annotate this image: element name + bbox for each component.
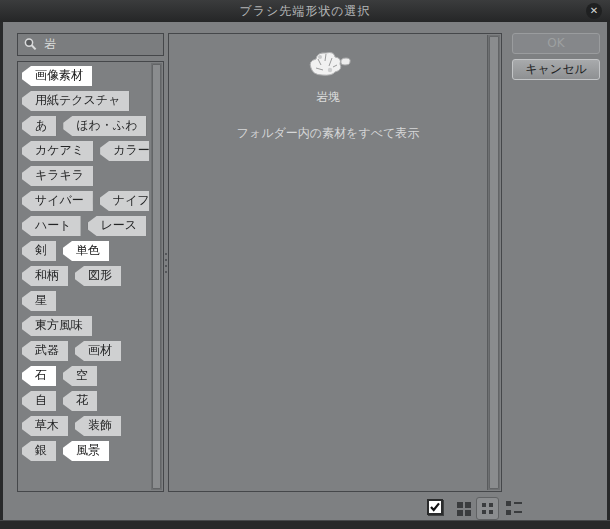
material-scrollbar[interactable] <box>487 35 500 490</box>
tag-剣[interactable]: 剣 <box>22 241 56 261</box>
tag-風景[interactable]: 風景 <box>63 441 109 461</box>
tag-草木[interactable]: 草木 <box>22 416 68 436</box>
tag-画像素材[interactable]: 画像素材 <box>22 66 92 86</box>
tag-ほわ・ふわ[interactable]: ほわ・ふわ <box>63 116 146 136</box>
tag-カケアミ[interactable]: カケアミ <box>22 141 93 161</box>
tag-カラー[interactable]: カラー <box>100 141 149 161</box>
checkmark-icon <box>429 501 441 513</box>
cancel-button[interactable]: キャンセル <box>512 59 600 80</box>
tag-武器[interactable]: 武器 <box>22 341 68 361</box>
material-list: 岩塊 フォルダー内の素材をすべて表示 <box>169 34 487 491</box>
tag-装飾[interactable]: 装飾 <box>75 416 121 436</box>
view-options-bar <box>0 495 610 520</box>
material-panel: 岩塊 フォルダー内の素材をすべて表示 <box>168 33 502 492</box>
tag-list-scrollbar[interactable] <box>151 63 162 490</box>
tag-list: 画像素材用紙テクスチャあほわ・ふわカケアミカラーキラキラサイバーナイフハートレー… <box>22 66 149 489</box>
tag-空[interactable]: 空 <box>63 366 97 386</box>
material-item-rock[interactable]: 岩塊 <box>169 34 487 106</box>
dialog-title: ブラシ先端形状の選択 <box>239 3 370 20</box>
tag-用紙テクスチャ[interactable]: 用紙テクスチャ <box>22 91 129 111</box>
brush-tip-shape-dialog: ブラシ先端形状の選択 ✕ 画像素材用紙テクスチャあほわ・ふわカケアミカラーキラキ… <box>0 0 610 529</box>
tag-和柄[interactable]: 和柄 <box>22 266 68 286</box>
tag-scrollbar-thumb[interactable] <box>152 64 161 489</box>
grid-small-view-icon[interactable] <box>476 497 499 520</box>
material-item-label: 岩塊 <box>169 89 487 106</box>
tag-花[interactable]: 花 <box>63 391 97 411</box>
tag-panel: 画像素材用紙テクスチャあほわ・ふわカケアミカラーキラキラサイバーナイフハートレー… <box>17 61 164 492</box>
tag-銀[interactable]: 銀 <box>22 441 56 461</box>
tag-図形[interactable]: 図形 <box>75 266 121 286</box>
close-icon[interactable]: ✕ <box>586 3 602 19</box>
ok-button[interactable]: OK <box>512 33 600 54</box>
tag-ナイフ[interactable]: ナイフ <box>100 191 149 211</box>
tag-自[interactable]: 自 <box>22 391 56 411</box>
grid-large-view-icon[interactable] <box>457 502 471 516</box>
show-all-filter-checkbox[interactable] <box>427 499 443 515</box>
tag-ハート[interactable]: ハート <box>22 216 81 236</box>
rock-thumbnail-icon <box>304 48 352 82</box>
tag-サイバー[interactable]: サイバー <box>22 191 93 211</box>
search-input[interactable] <box>44 38 158 52</box>
dialog-titlebar: ブラシ先端形状の選択 ✕ <box>0 0 610 22</box>
window-frame-bottom <box>0 520 610 529</box>
tag-search-box <box>17 33 164 56</box>
list-view-icon[interactable] <box>506 501 522 519</box>
tag-あ[interactable]: あ <box>22 116 56 136</box>
show-all-materials-item[interactable]: フォルダー内の素材をすべて表示 <box>169 125 487 142</box>
magnifier-icon <box>23 37 38 52</box>
tag-単色[interactable]: 単色 <box>63 241 109 261</box>
tag-キラキラ[interactable]: キラキラ <box>22 166 93 186</box>
tag-レース[interactable]: レース <box>88 216 147 236</box>
tag-石[interactable]: 石 <box>22 366 56 386</box>
tag-東方風味[interactable]: 東方風味 <box>22 316 92 336</box>
material-scrollbar-thumb[interactable] <box>489 36 499 489</box>
window-frame-left <box>0 22 3 529</box>
tag-画材[interactable]: 画材 <box>75 341 121 361</box>
tag-星[interactable]: 星 <box>22 291 56 311</box>
